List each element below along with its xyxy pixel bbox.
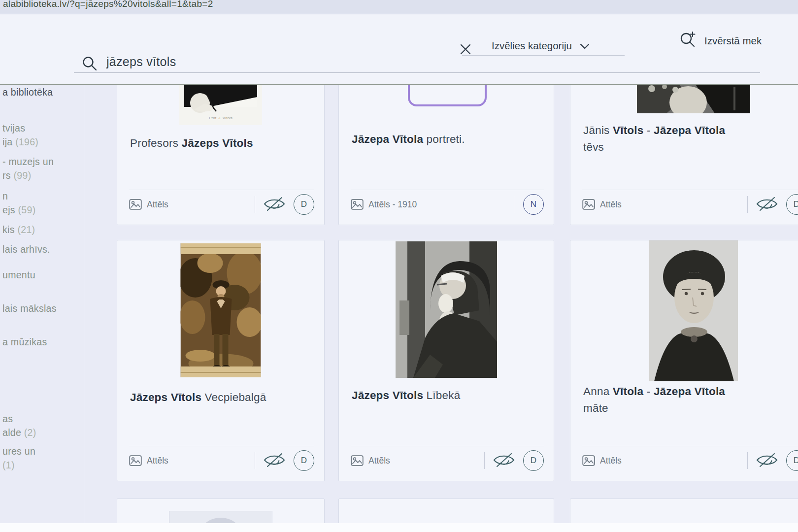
- image-type-icon: [582, 455, 595, 466]
- source-badge-d[interactable]: D: [786, 450, 798, 471]
- result-type-label: Attēls: [147, 200, 168, 210]
- sidebar-item[interactable]: as: [2, 412, 36, 426]
- result-title: Jāzeps Vītols Lībekā: [352, 387, 460, 404]
- result-card[interactable]: Jānis Vītols - Jāzepa Vītola tēvsAttēlsD: [570, 84, 798, 225]
- hidden-eye-icon[interactable]: [263, 452, 286, 468]
- result-card[interactable]: Jāzeps Vītols LībekāAttēlsD: [338, 240, 554, 481]
- result-thumbnail-garden: [181, 243, 261, 377]
- sidebar-item[interactable]: ejs (59): [2, 203, 35, 217]
- source-badge-n[interactable]: N: [523, 194, 544, 215]
- hidden-eye-icon[interactable]: [263, 196, 286, 212]
- result-title: Jāzepa Vītola portreti.: [352, 131, 465, 148]
- hidden-eye-icon[interactable]: [493, 452, 515, 468]
- hidden-eye-icon[interactable]: [756, 196, 778, 212]
- footer-divider: [255, 196, 255, 213]
- result-card[interactable]: Prof. J. VītolsProfesors Jāzeps VītolsAt…: [117, 84, 325, 225]
- sidebar-item-count: (59): [15, 204, 36, 215]
- sidebar-group: kis (21): [2, 223, 35, 236]
- search-underline: [74, 72, 760, 73]
- result-thumbnail: [396, 241, 497, 378]
- hide-result-button[interactable]: [493, 452, 515, 470]
- sidebar-item-count: (99): [11, 170, 32, 181]
- source-badge-d[interactable]: D: [294, 450, 314, 471]
- sidebar-item[interactable]: a mūzikas: [2, 335, 47, 349]
- search-plus-icon: [679, 30, 698, 51]
- close-icon: [459, 50, 472, 57]
- result-title: Anna Vītola - Jāzepa Vītola māte: [583, 383, 746, 417]
- result-card-footer: AttēlsD: [351, 446, 544, 475]
- source-badge-d[interactable]: D: [294, 194, 314, 215]
- sidebar-item[interactable]: ija (196): [2, 135, 38, 149]
- sidebar-group: umentu: [2, 268, 35, 282]
- sidebar-group: - muzejs unrs (99): [2, 155, 54, 182]
- hide-result-button[interactable]: [756, 196, 778, 214]
- sidebar-group: asalde (2): [2, 412, 36, 439]
- sidebar-item[interactable]: alde (2): [2, 426, 36, 439]
- hide-result-button[interactable]: [263, 452, 286, 470]
- result-type-label: Attēls: [147, 456, 168, 466]
- advanced-search-button[interactable]: Izvērstā mek: [679, 30, 762, 51]
- result-card-footer: AttēlsD: [582, 190, 798, 219]
- focus-ring: [408, 84, 487, 106]
- result-thumbnail-father: [637, 84, 750, 113]
- sidebar-group: a mūzikas: [2, 335, 47, 349]
- result-actions: D: [747, 194, 798, 215]
- sidebar-item[interactable]: - muzejs un: [2, 155, 54, 168]
- footer-divider: [255, 452, 255, 469]
- search-input[interactable]: jāzeps vītols: [106, 55, 176, 69]
- sidebar-item[interactable]: kis (21): [2, 223, 35, 236]
- result-card[interactable]: Jāzeps Vītols VecpiebalgāAttēlsD: [117, 240, 325, 481]
- result-type-label: Attēls: [600, 456, 622, 466]
- result-type-label: Attēls: [368, 456, 390, 466]
- search-header: jāzeps vītols Izvēlies kategoriju: [0, 14, 798, 85]
- result-type-label: Attēls - 1910: [368, 200, 417, 210]
- sidebar-item[interactable]: lais mākslas: [2, 301, 57, 315]
- hide-result-button[interactable]: [263, 196, 286, 214]
- result-title: Jānis Vītols - Jāzepa Vītola tēvs: [583, 122, 746, 156]
- screen-bottom-strip: [0, 523, 798, 532]
- result-thumbnail-luebeck: [396, 241, 497, 378]
- result-type: Attēls: [582, 455, 622, 466]
- result-card[interactable]: Anna Vītola - Jāzepa Vītola māteAttēlsD: [570, 240, 798, 481]
- result-card[interactable]: Jāzepa Vītola portreti.Attēls - 1910N: [338, 84, 554, 225]
- sidebar-item[interactable]: rs (99): [2, 168, 54, 182]
- result-card-footer: AttēlsD: [129, 190, 314, 219]
- sidebar-item[interactable]: tvijas: [2, 121, 38, 135]
- sidebar-item-count: (1): [2, 460, 15, 470]
- library-search-screen: alabiblioteka.lv/?q=jāzeps%20vitols&all=…: [0, 0, 798, 532]
- sidebar-group: tvijasija (196): [2, 121, 38, 149]
- result-thumbnail-mother: [649, 240, 738, 381]
- source-badge-d[interactable]: D: [523, 450, 544, 471]
- chevron-down-icon: [580, 40, 590, 52]
- source-badge-d[interactable]: D: [786, 194, 798, 215]
- sidebar-divider: [84, 84, 84, 532]
- result-type: Attēls - 1910: [351, 199, 417, 210]
- result-thumbnail: Prof. J. Vītols: [179, 84, 262, 125]
- result-card-footer: AttēlsD: [582, 446, 798, 475]
- sidebar-item-count: (196): [12, 136, 38, 147]
- result-type: Attēls: [351, 455, 390, 466]
- sidebar-item[interactable]: umentu: [2, 268, 35, 282]
- image-type-icon: [129, 199, 142, 210]
- sidebar-item[interactable]: lais arhīvs.: [2, 242, 50, 256]
- result-actions: D: [255, 450, 314, 471]
- browser-url-bar[interactable]: alabiblioteka.lv/?q=jāzeps%20vitols&all=…: [0, 0, 798, 14]
- result-actions: D: [255, 194, 314, 215]
- sidebar-group: nejs (59): [2, 189, 35, 217]
- hide-result-button[interactable]: [756, 452, 778, 470]
- result-type: Attēls: [129, 199, 168, 210]
- sidebar-item-count: (2): [21, 427, 36, 438]
- sidebar-item[interactable]: n: [2, 189, 35, 203]
- sidebar-item[interactable]: ures un: [2, 444, 35, 458]
- sidebar-library-label: a bibliotēka: [2, 87, 53, 98]
- result-type: Attēls: [582, 199, 622, 210]
- sidebar-item[interactable]: (1): [2, 458, 35, 472]
- result-actions: N: [515, 194, 544, 215]
- result-card-footer: AttēlsD: [129, 446, 314, 475]
- result-type-label: Attēls: [600, 200, 622, 210]
- hidden-eye-icon[interactable]: [756, 452, 778, 468]
- advanced-search-label: Izvērstā mek: [704, 35, 762, 47]
- category-dropdown[interactable]: Izvēlies kategoriju: [492, 40, 590, 52]
- result-thumbnail-writing: Prof. J. Vītols: [179, 84, 262, 125]
- image-type-icon: [351, 455, 364, 466]
